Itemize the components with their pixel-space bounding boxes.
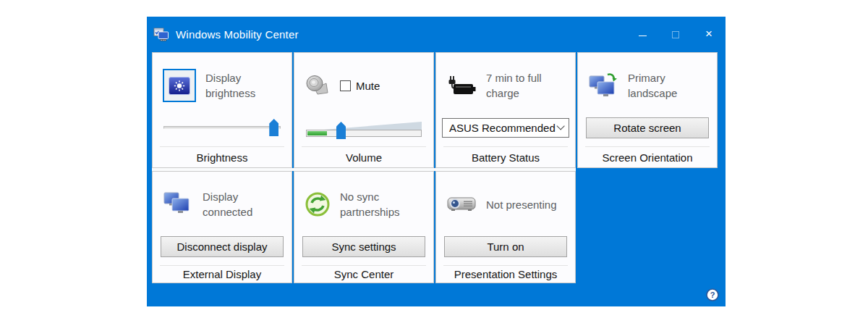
tile-grid: Display brightness Brightness xyxy=(147,52,726,283)
power-plan-dropdown[interactable]: ASUS Recommended xyxy=(442,118,569,138)
rotate-screen-button[interactable]: Rotate screen xyxy=(586,117,709,138)
brightness-icon xyxy=(169,77,190,95)
battery-footer-label: Battery Status xyxy=(436,147,575,167)
tile-row-1: Display brightness Brightness xyxy=(152,52,720,168)
volume-slider-thumb[interactable] xyxy=(336,122,346,139)
question-mark-icon: ? xyxy=(710,291,715,299)
volume-level-fill xyxy=(307,131,327,135)
mute-checkbox[interactable] xyxy=(340,80,351,91)
window-controls: × xyxy=(626,17,726,52)
disconnect-display-button[interactable]: Disconnect display xyxy=(161,236,284,257)
desktop: Windows Mobility Center × xyxy=(0,0,868,326)
minimize-button[interactable] xyxy=(626,17,659,52)
battery-icon xyxy=(446,75,477,96)
brightness-footer-label: Brightness xyxy=(153,147,292,167)
dual-monitor-icon xyxy=(163,191,193,217)
bottom-strip: ? xyxy=(147,283,726,306)
mobility-center-icon xyxy=(153,28,169,42)
volume-slider-track[interactable] xyxy=(306,130,422,137)
sync-status: No sync partnerships xyxy=(340,189,417,220)
projector-icon xyxy=(446,194,477,214)
brightness-slider[interactable] xyxy=(163,118,281,137)
tile-battery: 7 min to full charge ASUS Recommended Ba… xyxy=(435,52,576,168)
mobility-center-window: Windows Mobility Center × xyxy=(147,17,726,306)
tile-sync-center: No sync partnerships Sync settings Sync … xyxy=(294,171,434,283)
screen-rotation-icon xyxy=(588,72,618,99)
volume-footer-label: Volume xyxy=(294,147,433,167)
close-button[interactable]: × xyxy=(692,17,726,52)
turn-on-button[interactable]: Turn on xyxy=(444,236,567,257)
chevron-down-icon xyxy=(556,122,564,130)
external-display-status: Display connected xyxy=(203,189,279,220)
tile-row-2: Display connected Disconnect display Ext… xyxy=(152,168,576,283)
brightness-status: Display brightness xyxy=(205,70,282,101)
brightness-slider-track[interactable] xyxy=(163,126,281,129)
sync-settings-button[interactable]: Sync settings xyxy=(302,236,425,257)
display-brightness-button[interactable] xyxy=(163,69,196,102)
sync-footer-label: Sync Center xyxy=(294,266,433,283)
orientation-footer-label: Screen Orientation xyxy=(578,147,717,167)
orientation-status: Primary landscape xyxy=(628,70,705,101)
maximize-icon xyxy=(672,31,679,38)
help-button[interactable]: ? xyxy=(706,288,719,301)
external-display-footer-label: External Display xyxy=(153,266,292,283)
mute-label: Mute xyxy=(356,80,380,92)
volume-slider[interactable] xyxy=(306,117,422,138)
presentation-footer-label: Presentation Settings xyxy=(436,266,575,283)
battery-status: 7 min to full charge xyxy=(486,70,563,101)
tile-orientation: Primary landscape Rotate screen Screen O… xyxy=(577,52,718,168)
tile-volume: Mute Volume xyxy=(294,52,434,168)
brightness-slider-thumb[interactable] xyxy=(269,119,278,136)
tile-brightness: Display brightness Brightness xyxy=(152,52,292,168)
title-bar: Windows Mobility Center × xyxy=(147,17,726,52)
close-icon: × xyxy=(705,27,712,41)
tile-presentation: Not presenting Turn on Presentation Sett… xyxy=(435,171,576,283)
power-plan-selected: ASUS Recommended xyxy=(449,122,556,134)
speaker-icon xyxy=(305,74,331,97)
sync-icon xyxy=(305,191,331,217)
window-title: Windows Mobility Center xyxy=(176,28,299,41)
tile-external-display: Display connected Disconnect display Ext… xyxy=(152,171,292,283)
minimize-icon xyxy=(639,35,647,36)
presentation-status: Not presenting xyxy=(486,197,557,212)
maximize-button[interactable] xyxy=(659,17,692,52)
